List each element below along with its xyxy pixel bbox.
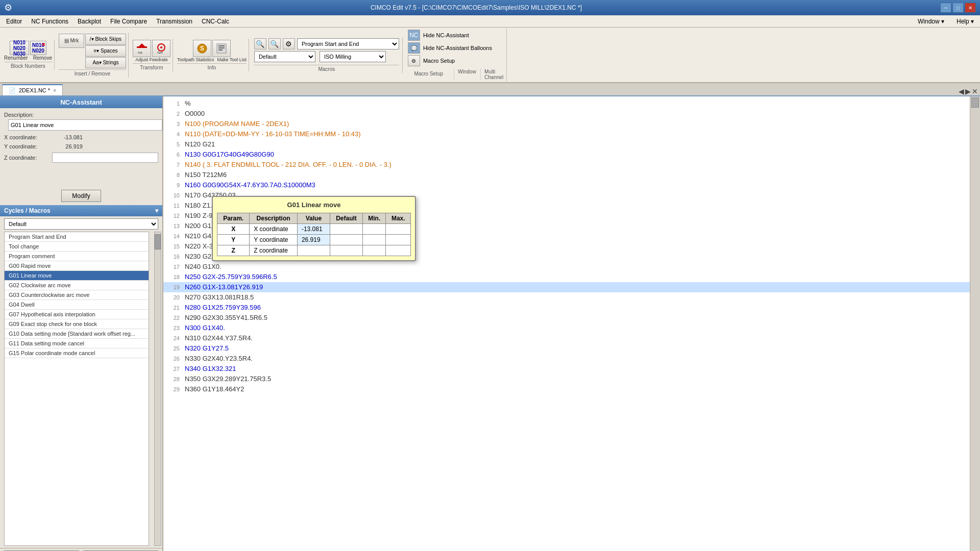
code-line[interactable]: 25N320 G1Y27.5 <box>163 343 970 354</box>
maximize-btn[interactable]: □ <box>952 3 964 13</box>
menu-transmission[interactable]: Transmission <box>152 16 197 27</box>
modify-btn[interactable]: Modify <box>61 190 101 202</box>
code-editor[interactable]: 1%2O00003N100 (PROGRAM NAME - 2DEX1)4N11… <box>163 96 970 551</box>
close-btn[interactable]: ✕ <box>965 3 976 13</box>
line-number: 23 <box>165 323 180 333</box>
tab-close-btn[interactable]: × <box>53 88 56 93</box>
x-label: X coordinate: <box>4 134 50 140</box>
nc-assistant-icon[interactable]: NC <box>408 30 420 41</box>
code-lines[interactable]: 1%2O00003N100 (PROGRAM NAME - 2DEX1)4N11… <box>163 96 970 551</box>
description-input[interactable] <box>8 119 162 131</box>
cycles-list-item[interactable]: G01 Linear move <box>5 271 149 281</box>
code-line[interactable]: 28N350 G3X29.289Y21.75R3.5 <box>163 374 970 384</box>
tab-prev-btn[interactable]: ◀ <box>959 87 964 95</box>
code-line[interactable]: 2O0000 <box>163 109 970 119</box>
n10-icon-btn[interactable]: N010N020N030 <box>10 41 29 55</box>
line-number: 3 <box>165 119 180 129</box>
cycles-list-item[interactable]: G09 Exact stop check for one block <box>5 319 149 329</box>
make-tool-list-btn[interactable] <box>212 40 231 57</box>
tab-next-btn[interactable]: ▶ <box>965 87 971 95</box>
line-code: N110 (DATE=DD-MM-YY - 16-10-03 TIME=HH:M… <box>185 129 361 139</box>
macros-search-btn[interactable]: 🔍 <box>254 38 266 49</box>
popup-th-default: Default <box>330 213 362 224</box>
macros-settings-btn[interactable]: ⚙ <box>283 38 295 49</box>
cycles-list-item[interactable]: Program Start and End <box>5 232 149 242</box>
code-line[interactable]: 1% <box>163 98 970 109</box>
right-scrollbar[interactable] <box>970 96 980 551</box>
code-line[interactable]: 7N140 ( 3. FLAT ENDMILL TOOL - 212 DIA. … <box>163 160 970 170</box>
tab-file-icon: 📄 <box>9 87 16 94</box>
menu-file-compare[interactable]: File Compare <box>106 16 151 27</box>
program-dropdown[interactable]: Program Start and End <box>297 38 399 49</box>
hide-nc-assistant-btn[interactable]: Hide NC-Assistant <box>423 32 469 38</box>
code-line[interactable]: 19N260 G1X-13.081Y26.919 <box>163 282 970 292</box>
tab-2dex1[interactable]: 📄 2DEX1.NC * × <box>2 84 63 95</box>
cycles-list-item[interactable]: G00 Rapid move <box>5 261 149 271</box>
code-line[interactable]: 9N160 G0G90G54X-47.6Y30.7A0.S10000M3 <box>163 180 970 190</box>
line-number: 9 <box>165 181 180 190</box>
cycles-scrollbar[interactable] <box>154 232 161 546</box>
z-coord-row: Z coordinate: <box>0 151 162 164</box>
macro-setup-icon[interactable]: ⚙ <box>408 55 420 66</box>
code-line[interactable]: 29N360 G1Y18.464Y2 <box>163 384 970 394</box>
line-number: 15 <box>165 242 180 252</box>
code-line[interactable]: 17N240 G1X0. <box>163 262 970 272</box>
mark-delete-btn[interactable]: ▤ Mrk <box>59 34 84 48</box>
default-dropdown[interactable]: Default <box>254 51 315 62</box>
code-line[interactable]: 20N270 G3X13.081R18.5 <box>163 292 970 303</box>
toolpath-stats-btn[interactable]: S <box>193 40 211 57</box>
popup-cell-description: Y coordinate <box>250 235 298 245</box>
menu-editor[interactable]: Editor <box>2 16 26 27</box>
macro-setup-btn[interactable]: Macro Setup <box>423 58 455 64</box>
renumber-label[interactable]: Renumber <box>4 55 28 61</box>
adjust-spindle-btn[interactable]: Spd <box>152 40 170 57</box>
menu-nc-functions[interactable]: NC Functions <box>27 16 72 27</box>
code-line[interactable]: 18N250 G2X-25.759Y39.596R6.5 <box>163 272 970 282</box>
menu-window[interactable]: Window ▾ <box>914 16 948 27</box>
adjust-feedrate-btn[interactable]: Adj <box>133 40 151 57</box>
minimize-btn[interactable]: ─ <box>940 3 951 13</box>
code-line[interactable]: 6N130 G0G17G40G49G80G90 <box>163 149 970 160</box>
code-line[interactable]: 8N150 T212M6 <box>163 170 970 180</box>
line-number: 11 <box>165 201 180 211</box>
g01-popup: G01 Linear move Param. Description Value… <box>212 196 416 261</box>
popup-th-value: Value <box>297 213 330 224</box>
block-skips-btn[interactable]: /▾ Block Skips <box>85 34 126 45</box>
code-line[interactable]: 4N110 (DATE=DD-MM-YY - 16-10-03 TIME=HH:… <box>163 129 970 139</box>
iso-milling-dropdown[interactable]: ISO Milling <box>320 51 386 62</box>
menu-backplot[interactable]: Backplot <box>74 16 105 27</box>
remove-block-btn[interactable]: N010N020 ✕ <box>30 41 46 55</box>
menu-cnc-calc[interactable]: CNC-Calc <box>198 16 233 27</box>
cycles-list-item[interactable]: G02 Clockwise arc move <box>5 281 149 290</box>
code-line[interactable]: 23N300 G1X40. <box>163 323 970 333</box>
cycles-list-item[interactable]: G15 Polar coordinate mode cancel <box>5 348 149 358</box>
line-number: 20 <box>165 293 180 303</box>
hide-nc-balloons-btn[interactable]: Hide NC-Assistant Balloons <box>423 45 492 51</box>
spaces-btn[interactable]: ≡▾ Spaces <box>85 45 126 57</box>
z-input[interactable] <box>52 153 158 163</box>
code-line[interactable]: 27N340 G1X32.321 <box>163 364 970 374</box>
code-line[interactable]: 5N120 G21 <box>163 139 970 149</box>
macros-search2-btn[interactable]: 🔍 <box>268 38 281 49</box>
menu-help[interactable]: Help ▾ <box>952 16 978 27</box>
code-line[interactable]: 24N310 G2X44.Y37.5R4. <box>163 333 970 343</box>
code-line[interactable]: 26N330 G2X40.Y23.5R4. <box>163 354 970 364</box>
cycles-list-item[interactable]: G11 Data setting mode cancel <box>5 339 149 348</box>
tab-close-all-btn[interactable]: ✕ <box>972 87 978 95</box>
strings-btn[interactable]: Aa▾ Strings <box>85 57 126 68</box>
cycles-list-item[interactable]: Program comment <box>5 252 149 261</box>
code-line[interactable]: 21N280 G1X25.759Y39.596 <box>163 303 970 313</box>
cycles-list-item[interactable]: G04 Dwell <box>5 300 149 310</box>
cycles-list-item[interactable]: Tool change <box>5 242 149 252</box>
popup-cell-default <box>330 235 362 245</box>
nc-balloons-icon[interactable]: 💬 <box>408 42 420 54</box>
cycles-collapse-icon[interactable]: ▾ <box>155 207 158 214</box>
remove-label[interactable]: Remove <box>33 55 52 61</box>
line-number: 2 <box>165 109 180 119</box>
code-line[interactable]: 3N100 (PROGRAM NAME - 2DEX1) <box>163 119 970 129</box>
cycles-dropdown[interactable]: Default <box>4 218 158 230</box>
cycles-list-item[interactable]: G10 Data setting mode [Standard work off… <box>5 329 149 339</box>
code-line[interactable]: 22N290 G2X30.355Y41.5R6.5 <box>163 313 970 323</box>
cycles-list-item[interactable]: G07 Hypothetical axis interpolation <box>5 310 149 319</box>
cycles-list-item[interactable]: G03 Counterclockwise arc move <box>5 290 149 300</box>
